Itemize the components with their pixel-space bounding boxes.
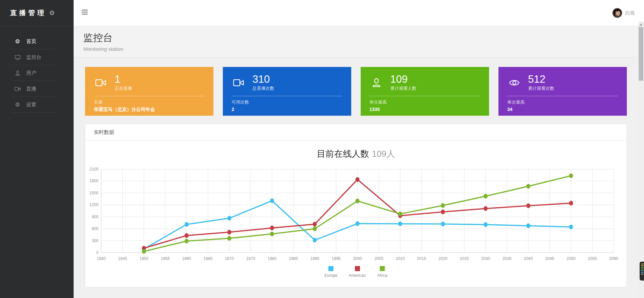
main-content: 监控台 Monitoring station 1 正在直播 主题 华晨宝马（北京… — [74, 26, 638, 298]
sidebar-menu: ⚙ 首页 监控台 用户 直播⚙ 设置 — [0, 34, 74, 113]
sidebar-item-label: 监控台 — [26, 54, 41, 61]
svg-text:2005: 2005 — [374, 256, 384, 261]
chart-legend: Europe Americas Africa — [85, 266, 627, 278]
svg-text:0: 0 — [96, 250, 98, 255]
user-icon — [14, 70, 21, 77]
svg-text:1940: 1940 — [97, 256, 106, 261]
card-sub-label: 单次最高 — [507, 99, 618, 105]
svg-text:2040: 2040 — [524, 256, 533, 261]
monitor-icon — [14, 54, 21, 61]
svg-text:1980: 1980 — [268, 256, 277, 261]
svg-text:1945: 1945 — [118, 256, 127, 261]
scrollbar-thumb[interactable] — [639, 27, 643, 81]
card-sub-label: 可用次数 — [232, 99, 343, 105]
sidebar-item-label: 用户 — [26, 70, 36, 76]
eye-icon — [507, 77, 522, 89]
svg-text:1985: 1985 — [289, 256, 298, 261]
gear-icon: ⚙ — [14, 38, 21, 45]
stat-card-正在直播[interactable]: 1 正在直播 主题 华晨宝马（北京）分公司年会 — [85, 67, 213, 116]
svg-text:1200: 1200 — [89, 202, 98, 207]
sidebar-item-监控台[interactable]: 监控台 — [0, 49, 74, 65]
legend-swatch — [328, 266, 333, 271]
chart-title: 目前在线人数109人 — [85, 148, 627, 160]
svg-text:300: 300 — [92, 238, 98, 243]
card-label: 总直播次数 — [252, 85, 274, 91]
stat-card-累计观看次数[interactable]: 512 累计观看次数 单次最高 34 — [498, 67, 627, 116]
sidebar: 直播管理 ⚙ ⚙ 首页 监控台 用户 直播⚙ 设置 — [0, 0, 74, 298]
sidebar-item-直播[interactable]: 直播 — [0, 81, 74, 97]
user-menu[interactable]: 白燕 — [612, 8, 635, 18]
svg-text:2030: 2030 — [481, 256, 490, 261]
floating-widget[interactable] — [640, 262, 644, 281]
sidebar-item-用户[interactable]: 用户 — [0, 65, 74, 81]
svg-text:2045: 2045 — [545, 256, 554, 261]
svg-text:2010: 2010 — [396, 256, 405, 261]
svg-text:1965: 1965 — [203, 256, 212, 261]
chart-title-main: 目前在线人数 — [317, 149, 369, 159]
app-title: 直播管理 — [10, 8, 46, 17]
card-sub-value: 1335 — [369, 107, 480, 112]
camera-icon — [94, 77, 109, 89]
user-icon — [369, 77, 384, 89]
gear-icon: ⚙ — [14, 102, 21, 108]
svg-text:2100: 2100 — [89, 167, 98, 172]
svg-text:2035: 2035 — [502, 256, 512, 261]
card-value: 1 — [115, 74, 132, 85]
sidebar-item-label: 直播 — [26, 86, 36, 92]
svg-text:1800: 1800 — [89, 179, 98, 183]
stat-card-总直播次数[interactable]: 310 总直播次数 可用次数 2 — [223, 67, 351, 116]
svg-text:2025: 2025 — [460, 256, 469, 261]
user-name: 白燕 — [625, 10, 635, 16]
legend-label: Europe — [324, 273, 337, 278]
card-label: 累计观看人数 — [390, 85, 416, 91]
card-divider — [232, 96, 343, 96]
legend-item-Americas[interactable]: Americas — [349, 266, 366, 278]
gear-icon: ⚙ — [49, 9, 55, 17]
card-value: 310 — [252, 74, 274, 85]
stat-card-累计观看人数[interactable]: 109 累计观看人数 单次最高 1335 — [361, 67, 489, 116]
svg-text:900: 900 — [92, 215, 98, 219]
svg-text:2000: 2000 — [353, 256, 362, 261]
card-value: 512 — [528, 74, 554, 85]
page-subtitle: Monitoring station — [83, 46, 638, 52]
svg-text:1990: 1990 — [310, 256, 319, 261]
svg-text:1960: 1960 — [182, 256, 191, 261]
svg-text:2050: 2050 — [567, 256, 576, 261]
realtime-panel: 实时数据 目前在线人数109人 030060090012001500180021… — [85, 124, 627, 287]
legend-item-Europe[interactable]: Europe — [324, 266, 337, 278]
svg-text:2055: 2055 — [588, 256, 597, 261]
legend-label: Africa — [377, 273, 388, 278]
page-scrollbar[interactable] — [638, 22, 644, 298]
svg-text:2020: 2020 — [438, 256, 447, 261]
card-divider — [94, 96, 205, 96]
card-sub-label: 主题 — [94, 99, 205, 105]
svg-text:1995: 1995 — [332, 256, 341, 261]
legend-swatch — [380, 266, 385, 271]
hamburger-icon[interactable] — [82, 10, 88, 14]
card-divider — [369, 96, 480, 96]
sidebar-item-设置[interactable]: ⚙ 设置 — [0, 97, 74, 113]
card-sub-label: 单次最高 — [369, 99, 480, 105]
camera-icon — [232, 77, 246, 89]
svg-text:1970: 1970 — [225, 256, 234, 261]
card-sub-value: 2 — [232, 107, 343, 112]
avatar[interactable] — [612, 8, 622, 18]
card-divider — [507, 96, 618, 96]
legend-label: Americas — [349, 273, 366, 278]
card-label: 正在直播 — [115, 85, 132, 91]
camera-icon — [14, 86, 21, 92]
svg-text:2015: 2015 — [417, 256, 426, 261]
sidebar-item-首页[interactable]: ⚙ 首页 — [0, 34, 74, 49]
page-title: 监控台 — [83, 31, 638, 45]
card-value: 109 — [390, 74, 416, 85]
legend-item-Africa[interactable]: Africa — [377, 266, 388, 278]
svg-text:600: 600 — [92, 226, 98, 231]
svg-text:1975: 1975 — [246, 256, 255, 261]
app-brand: 直播管理 ⚙ — [0, 0, 74, 26]
scroll-up-icon[interactable] — [639, 24, 643, 26]
svg-text:2060: 2060 — [609, 256, 618, 261]
line-chart: 0300600900120015001800210019401945195019… — [85, 162, 627, 265]
stat-cards-row: 1 正在直播 主题 华晨宝马（北京）分公司年会 310 总直播次数 可用次数 2… — [74, 58, 638, 116]
card-label: 累计观看次数 — [528, 85, 554, 91]
svg-text:1500: 1500 — [89, 191, 98, 195]
